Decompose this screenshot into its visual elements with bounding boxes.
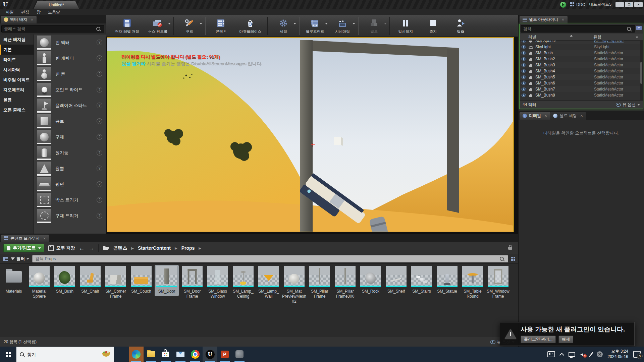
outliner-scrollbar[interactable] bbox=[640, 40, 643, 101]
help-icon[interactable]: ? bbox=[97, 150, 102, 156]
outliner-row-SM_Bush7[interactable]: SM_Bush7StaticMeshActor bbox=[520, 86, 643, 92]
outliner-search-input[interactable] bbox=[521, 25, 635, 33]
help-icon[interactable]: ? bbox=[97, 197, 102, 203]
place-item-8[interactable]: 원뿔? bbox=[34, 161, 106, 176]
asset-tile-SM_Pillar-Frame[interactable]: SM_Pillar Frame bbox=[308, 265, 332, 301]
close-icon[interactable]: ✕ bbox=[544, 114, 547, 118]
place-item-2[interactable]: 빈 폰? bbox=[34, 66, 106, 82]
visibility-eye-icon[interactable] bbox=[521, 51, 529, 55]
asset-search-input[interactable] bbox=[32, 255, 508, 262]
asset-tile-SM_Chair[interactable]: SM_Chair bbox=[78, 265, 102, 296]
place-category-0[interactable]: 최근 배치됨 bbox=[0, 35, 34, 45]
tab-content-browser[interactable]: 콘텐츠 브라우저 ✕ bbox=[1, 235, 49, 242]
chevron-down-icon[interactable] bbox=[353, 23, 355, 24]
unreal-taskbar-button[interactable] bbox=[203, 347, 217, 362]
asset-tile-Materials[interactable]: Materials bbox=[2, 265, 26, 296]
asset-tile-SM_Door-Frame[interactable]: SM_Door Frame bbox=[180, 265, 204, 301]
help-icon[interactable]: ? bbox=[97, 103, 102, 108]
place-category-6[interactable]: 볼륨 bbox=[0, 95, 34, 105]
asset-tile-SM_Pillar-Frame300[interactable]: SM_Pillar Frame300 bbox=[333, 265, 357, 301]
chevron-down-icon[interactable] bbox=[293, 23, 296, 24]
visibility-eye-icon[interactable] bbox=[521, 94, 529, 97]
place-category-3[interactable]: 시네마틱 bbox=[0, 65, 34, 75]
toolbar-stop-button[interactable]: 중지 bbox=[419, 16, 447, 35]
pen-icon[interactable] bbox=[589, 352, 593, 357]
chevron-down-icon[interactable] bbox=[384, 23, 387, 24]
place-item-9[interactable]: 평면? bbox=[34, 176, 106, 192]
network-icon[interactable] bbox=[569, 352, 575, 357]
tab-world-settings[interactable]: 월드 세팅 ✕ bbox=[550, 112, 586, 120]
asset-tile-SM_Lamp_-Wall[interactable]: SM_Lamp_ Wall bbox=[257, 265, 281, 301]
toolbar-eject-button[interactable]: 탈출 bbox=[447, 16, 474, 35]
store-taskbar-button[interactable] bbox=[158, 347, 173, 362]
taskbar-search[interactable] bbox=[16, 347, 114, 362]
generic-app-taskbar-button[interactable] bbox=[232, 347, 247, 362]
place-category-4[interactable]: 비주얼 이펙트 bbox=[0, 75, 34, 85]
asset-tile-Material-Sphere[interactable]: Material Sphere bbox=[27, 265, 51, 301]
back-button[interactable]: ← bbox=[79, 245, 85, 251]
place-category-7[interactable]: 모든 클래스 bbox=[0, 105, 34, 115]
outliner-row-SM_Bush8[interactable]: SM_Bush8StaticMeshActor bbox=[520, 92, 643, 98]
asset-tile-SM_Bush[interactable]: SM_Bush bbox=[53, 265, 77, 296]
visibility-eye-icon[interactable] bbox=[521, 63, 529, 67]
menu-item-3[interactable]: 도움말 bbox=[44, 9, 64, 15]
edge-taskbar-button[interactable] bbox=[129, 347, 144, 362]
place-category-5[interactable]: 지오메트리 bbox=[0, 85, 34, 95]
breadcrumb-startercontent[interactable]: StarterContent bbox=[138, 245, 171, 251]
asset-tile-SM_Couch[interactable]: SM_Couch bbox=[129, 265, 153, 296]
toolbar-modes-button[interactable]: 모드 bbox=[176, 16, 203, 35]
menu-item-2[interactable]: 창 bbox=[33, 9, 44, 15]
tab-details[interactable]: 디테일 ✕ bbox=[520, 112, 550, 120]
breadcrumb-props[interactable]: Props bbox=[181, 245, 195, 251]
place-item-4[interactable]: 플레이어 스타트? bbox=[34, 98, 106, 113]
place-item-5[interactable]: 큐브? bbox=[34, 113, 106, 129]
taskbar-search-input[interactable] bbox=[26, 352, 100, 357]
view-settings-icon[interactable] bbox=[511, 257, 516, 261]
asset-tile-SM_Corner-Frame[interactable]: SM_Corner Frame bbox=[104, 265, 128, 301]
visibility-eye-icon[interactable] bbox=[521, 81, 529, 85]
toolbar-source-control-button[interactable]: 소스 컨트롤 bbox=[144, 16, 172, 35]
tab-world-outliner[interactable]: 월드 아웃라이너 ✕ bbox=[520, 16, 568, 23]
toolbar-marketplace-button[interactable]: 마켓플레이스 bbox=[235, 16, 266, 35]
level-viewport[interactable]: 라이팅을 다시 빌드해야 합니다 (빌드 필요: 91개) 문을 열거라 시지를… bbox=[107, 37, 514, 232]
help-icon[interactable]: ? bbox=[97, 40, 102, 45]
outliner-row-SM_Bush3[interactable]: SM_Bush3StaticMeshActor bbox=[520, 62, 643, 68]
chevron-down-icon[interactable] bbox=[168, 23, 171, 24]
close-icon[interactable]: ✕ bbox=[31, 18, 33, 21]
help-icon[interactable]: ? bbox=[97, 55, 102, 61]
add-actor-icon[interactable] bbox=[636, 26, 642, 30]
toolbar-cinematics-button[interactable]: 시네마틱 bbox=[329, 16, 356, 35]
place-item-3[interactable]: 포인트 라이트? bbox=[34, 82, 106, 98]
class-search-input[interactable] bbox=[1, 25, 104, 33]
close-button[interactable]: ✕ bbox=[634, 2, 643, 7]
level-tab[interactable]: Untitled* bbox=[34, 1, 79, 9]
column-label[interactable]: 라벨 bbox=[520, 34, 593, 40]
save-all-button[interactable]: 모두 저장 bbox=[48, 245, 75, 251]
place-item-6[interactable]: 구체? bbox=[34, 129, 106, 145]
place-item-1[interactable]: 빈 캐릭터? bbox=[34, 50, 106, 66]
sources-toggle-icon[interactable] bbox=[3, 257, 8, 261]
breadcrumb-content[interactable]: 콘텐츠 bbox=[113, 245, 127, 251]
add-import-button[interactable]: 추가/임포트 bbox=[3, 244, 44, 252]
news-icon[interactable] bbox=[547, 351, 555, 357]
asset-tile-SM_Stairs[interactable]: SM_Stairs bbox=[410, 265, 434, 296]
help-icon[interactable]: ? bbox=[97, 213, 102, 219]
toolbar-content-button[interactable]: 콘텐츠 bbox=[207, 16, 235, 35]
asset-tile-SM_Shelf[interactable]: SM_Shelf bbox=[384, 265, 408, 296]
explorer-taskbar-button[interactable] bbox=[144, 347, 158, 362]
menu-item-0[interactable]: 파일 bbox=[2, 9, 17, 15]
outliner-row-SM_Bush5[interactable]: SM_Bush5StaticMeshActor bbox=[520, 74, 643, 80]
toolbar-save-level-button[interactable]: 현재 레벨 저장 bbox=[111, 16, 144, 35]
toolbar-settings-button[interactable]: 세팅 bbox=[270, 16, 297, 35]
chevron-down-icon[interactable] bbox=[325, 23, 328, 24]
chrome-taskbar-button[interactable] bbox=[188, 347, 203, 362]
place-item-0[interactable]: 빈 액터? bbox=[34, 35, 106, 50]
action-center-icon[interactable]: 3 bbox=[633, 351, 641, 358]
ddc-button[interactable]: DDC bbox=[570, 2, 585, 7]
asset-tile-SM_Mat-PreviewMesh-02[interactable]: SM_Mat PreviewMesh 02 bbox=[282, 265, 306, 306]
visibility-eye-icon[interactable] bbox=[521, 57, 529, 61]
dismiss-button[interactable]: 해제 bbox=[558, 336, 573, 343]
manage-plugins-button[interactable]: 플러그인 관리... bbox=[521, 336, 556, 343]
volume-muted-icon[interactable] bbox=[580, 352, 586, 357]
task-view-taskbar-button[interactable] bbox=[114, 347, 129, 362]
